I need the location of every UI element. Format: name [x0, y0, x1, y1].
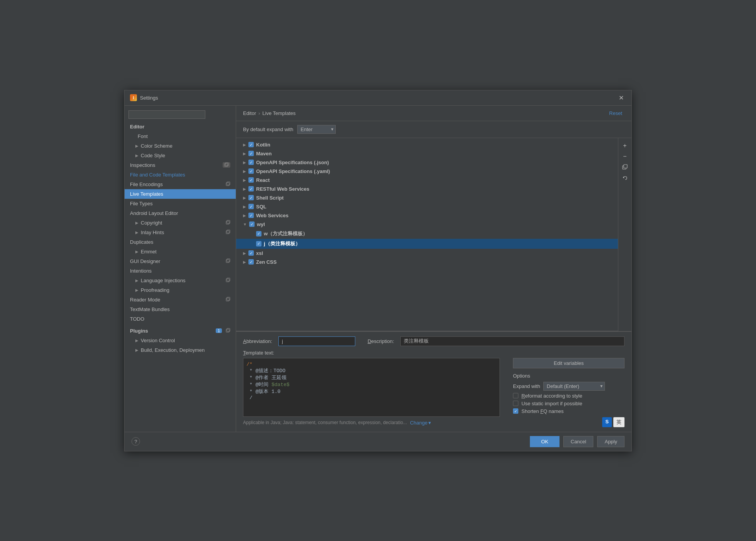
openapi-yaml-chevron: ▶	[243, 169, 246, 173]
sidebar-item-android-layout-editor[interactable]: Android Layout Editor	[125, 208, 236, 218]
sidebar-item-intentions[interactable]: Intentions	[125, 266, 236, 276]
template-group-xsl[interactable]: ▶ xsl	[236, 249, 618, 258]
template-group-sql[interactable]: ▶ SQL	[236, 202, 618, 211]
copy-icon	[622, 164, 628, 170]
web-services-checkbox[interactable]	[248, 213, 254, 218]
edit-variables-button[interactable]: Edit variables	[513, 358, 624, 368]
expand-with-select[interactable]: Default (Enter) Enter Tab Space	[543, 382, 605, 391]
sidebar-inlay-hints-label: Inlay Hints	[141, 230, 164, 235]
template-row-w[interactable]: w（方式注释模板）	[236, 229, 618, 239]
copy-template-button[interactable]	[618, 162, 631, 173]
reformat-checkbox[interactable]	[513, 393, 518, 398]
xsl-checkbox[interactable]	[248, 250, 254, 256]
sidebar-item-inspections[interactable]: Inspections	[125, 160, 236, 170]
sidebar-item-textmate-bundles[interactable]: TextMate Bundles	[125, 305, 236, 314]
openapi-yaml-checkbox[interactable]	[248, 168, 254, 174]
template-group-shell[interactable]: ▶ Shell Script	[236, 193, 618, 202]
code-section: /* * @描述：TODO * @作者 王延领 * @时间 $date$ * @…	[243, 358, 507, 427]
undo-template-button[interactable]	[618, 173, 631, 184]
xsl-chevron: ▶	[243, 251, 246, 255]
sidebar-item-proofreading[interactable]: ▶ Proofreading	[125, 285, 236, 295]
sidebar-item-file-types[interactable]: File Types	[125, 199, 236, 208]
sidebar-item-color-scheme[interactable]: ▶ Color Scheme	[125, 141, 236, 151]
search-input[interactable]	[128, 110, 205, 119]
sidebar-item-reader-mode[interactable]: Reader Mode	[125, 295, 236, 305]
sidebar-item-duplicates[interactable]: Duplicates	[125, 237, 236, 247]
sidebar-item-emmet[interactable]: ▶ Emmet	[125, 247, 236, 256]
expand-select[interactable]: Enter Tab Space	[297, 125, 336, 134]
svg-rect-13	[227, 297, 230, 300]
abbreviation-input[interactable]	[278, 336, 355, 346]
sidebar-item-font[interactable]: Font	[125, 132, 236, 141]
sidebar-todo-label: TODO	[130, 316, 144, 322]
chevron-icon: ▶	[135, 348, 138, 352]
copyright-badge	[226, 220, 230, 226]
sql-label: SQL	[256, 204, 266, 210]
sidebar-item-code-style[interactable]: ▶ Code Style	[125, 151, 236, 160]
template-group-zen-css[interactable]: ▶ Zen CSS	[236, 258, 618, 266]
remove-template-button[interactable]: −	[618, 151, 631, 162]
shell-checkbox[interactable]	[248, 195, 254, 200]
shell-label: Shell Script	[256, 195, 284, 201]
sidebar-item-file-encodings[interactable]: File Encodings	[125, 180, 236, 189]
template-group-maven[interactable]: ▶ Maven	[236, 149, 618, 158]
kotlin-label: Kotlin	[256, 142, 270, 148]
add-template-button[interactable]: +	[618, 140, 631, 151]
reset-button[interactable]: Reset	[607, 110, 624, 117]
react-checkbox[interactable]	[248, 177, 254, 183]
sidebar-item-build[interactable]: ▶ Build, Execution, Deploymen	[125, 345, 236, 355]
sidebar-item-live-templates[interactable]: Live Templates	[125, 189, 236, 199]
react-chevron: ▶	[243, 178, 246, 182]
ok-button[interactable]: OK	[530, 436, 560, 447]
w-checkbox[interactable]	[256, 231, 261, 236]
openapi-json-checkbox[interactable]	[248, 160, 254, 165]
sidebar-item-file-code-templates[interactable]: File and Code Templates	[125, 170, 236, 180]
wyl-checkbox[interactable]	[249, 221, 255, 227]
sidebar-item-copyright[interactable]: ▶ Copyright	[125, 218, 236, 228]
sidebar-section-plugins: Plugins 1	[125, 326, 236, 336]
template-group-openapi-json[interactable]: ▶ OpenAPI Specifications (.json)	[236, 158, 618, 167]
sidebar: Editor Font ▶ Color Scheme ▶ Code Style …	[125, 106, 236, 432]
sidebar-item-gui-designer[interactable]: GUI Designer	[125, 256, 236, 266]
change-link[interactable]: Change ▾	[410, 420, 431, 426]
template-group-kotlin[interactable]: ▶ Kotlin	[236, 140, 618, 149]
breadcrumb: Editor › Live Templates	[243, 110, 296, 116]
sidebar-file-encodings-label: File Encodings	[130, 181, 163, 187]
kotlin-checkbox[interactable]	[248, 142, 254, 147]
maven-checkbox[interactable]	[248, 151, 254, 156]
static-import-checkbox[interactable]	[513, 401, 518, 406]
sidebar-item-todo[interactable]: TODO	[125, 314, 236, 324]
restful-checkbox[interactable]	[248, 186, 254, 191]
zen-css-checkbox[interactable]	[248, 259, 254, 265]
description-input[interactable]	[400, 336, 624, 346]
chevron-icon: ▶	[135, 338, 138, 343]
close-icon[interactable]: ✕	[616, 93, 626, 102]
cancel-button[interactable]: Cancel	[563, 436, 593, 447]
code-options-row: /* * @描述：TODO * @作者 王延领 * @时间 $date$ * @…	[243, 358, 624, 427]
web-services-label: Web Services	[256, 213, 288, 218]
apply-button[interactable]: Apply	[597, 436, 624, 447]
template-group-web-services[interactable]: ▶ Web Services	[236, 211, 618, 220]
sidebar-item-version-control[interactable]: ▶ Version Control	[125, 336, 236, 345]
svg-rect-6	[226, 231, 229, 234]
template-group-wyl[interactable]: ▼ wyl	[236, 220, 618, 229]
sidebar-item-language-injections[interactable]: ▶ Language Injections	[125, 276, 236, 285]
sidebar-item-inlay-hints[interactable]: ▶ Inlay Hints	[125, 228, 236, 237]
help-button[interactable]: ?	[132, 437, 140, 446]
template-group-openapi-yaml[interactable]: ▶ OpenAPI Specifications (.yaml)	[236, 167, 618, 176]
sidebar-gui-label: GUI Designer	[130, 258, 160, 264]
template-row-j[interactable]: j（类注释模板）	[236, 239, 618, 249]
chevron-icon: ▶	[135, 250, 138, 254]
template-group-restful[interactable]: ▶ RESTful Web Services	[236, 185, 618, 193]
sidebar-section-editor: Editor	[125, 122, 236, 132]
svg-rect-14	[226, 329, 229, 332]
shorten-fq-checkbox[interactable]	[513, 408, 518, 414]
right-panel: Editor › Live Templates Reset By default…	[236, 106, 631, 432]
ime-icon-en: 英	[613, 417, 624, 427]
template-code-area[interactable]: /* * @描述：TODO * @作者 王延领 * @时间 $date$ * @…	[243, 358, 500, 417]
sql-checkbox[interactable]	[248, 204, 254, 209]
j-checkbox[interactable]	[256, 241, 261, 246]
panel-header: Editor › Live Templates Reset	[236, 106, 631, 121]
sidebar-file-code-label: File and Code Templates	[130, 172, 185, 178]
template-group-react[interactable]: ▶ React	[236, 176, 618, 185]
